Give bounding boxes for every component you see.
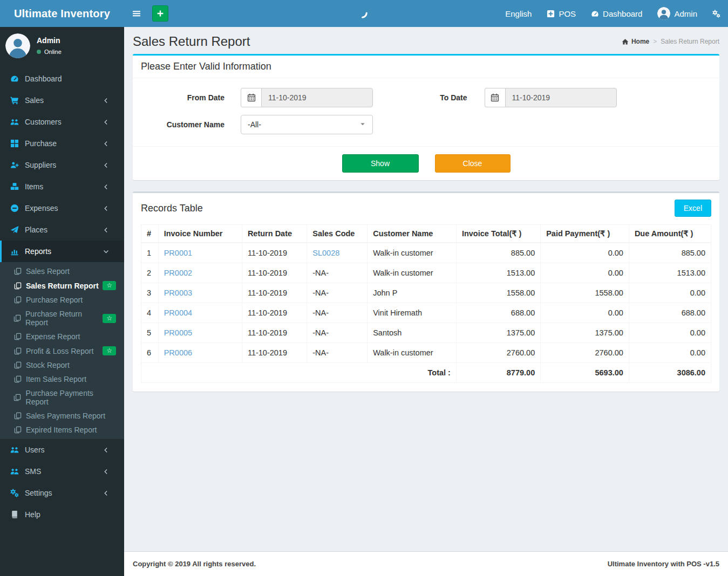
breadcrumb-separator: > [653,38,657,45]
total-value-1: 5693.00 [541,362,629,382]
filter-panel-title: Please Enter Valid Information [141,61,271,72]
top-navbar: English POS Dashboard Admin [124,0,728,27]
due-amount: 0.00 [629,323,711,342]
sidebar-user-status[interactable]: Online [37,49,62,55]
sidebar-toggle-button[interactable] [124,0,149,27]
star-badge: ☆ [103,281,116,290]
due-amount: 688.00 [629,303,711,323]
sidebar-item-sales[interactable]: Sales [0,90,124,111]
invoice-number-link[interactable]: PR0001 [164,249,192,257]
chevron-down-icon [99,249,112,255]
sidebar-item-suppliers[interactable]: Suppliers [0,154,124,176]
sidebar-subitem-label: Purchase Return Report [25,310,103,327]
sidebar-subitem-stock-report[interactable]: Stock Report [0,358,124,372]
sidebar-item-places[interactable]: Places [0,219,124,241]
sidebar-subitem-expired-items-report[interactable]: Expired Items Report [0,423,124,437]
pos-link[interactable]: POS [539,0,583,27]
from-date-calendar-button[interactable] [241,88,261,107]
customer-name-select[interactable]: -All- [241,115,373,134]
copy-icon [12,394,23,401]
table-row: 2PR000211-10-2019-NA-Walk-in customer151… [141,263,711,283]
sidebar-subitem-sales-payments-report[interactable]: Sales Payments Report [0,409,124,423]
sidebar-item-reports[interactable]: Reports [0,241,124,262]
sidebar-user-name: Admin [37,36,62,45]
main-header: Ultimate Inventory English POS Dashboard [0,0,728,27]
sidebar-subitem-sales-report[interactable]: Sales Report [0,264,124,278]
sidebar-subitem-label: Sales Payments Report [26,412,105,420]
user-plus-icon [8,161,21,169]
star-badge: ☆ [103,314,116,323]
loading-spinner-icon [356,7,368,21]
sidebar-subitem-item-sales-report[interactable]: Item Sales Report [0,372,124,386]
invoice-number-link[interactable]: PR0005 [164,328,192,337]
sidebar-subitem-profit-loss-report[interactable]: Profit & Loss Report☆ [0,344,124,358]
sidebar-subitem-purchase-return-report[interactable]: Purchase Return Report☆ [0,307,124,330]
close-button[interactable]: Close [435,154,511,173]
sidebar: Admin Online DashboardSalesCustomersPurc… [0,27,124,576]
sidebar-subitem-sales-return-report[interactable]: Sales Return Report☆ [0,278,124,293]
sidebar-subitem-purchase-report[interactable]: Purchase Report [0,293,124,307]
sidebar-subitem-label: Expense Report [26,332,80,341]
sidebar-item-dashboard[interactable]: Dashboard [0,68,124,90]
copy-icon [12,314,23,322]
dashboard-link[interactable]: Dashboard [583,0,650,27]
customer-name: Walk-in customer [368,342,457,362]
sidebar-subitem-label: Purchase Report [26,296,83,304]
sidebar-item-sms[interactable]: SMS [0,461,124,482]
invoice-number-link[interactable]: PR0004 [164,308,192,317]
invoice-number: PR0001 [158,243,242,263]
sidebar-item-items[interactable]: Items [0,176,124,197]
from-date-input[interactable] [261,88,373,107]
hamburger-icon [132,9,141,18]
sidebar-item-help[interactable]: Help [0,504,124,525]
sidebar-item-label: Sales [25,96,44,105]
invoice-number-link[interactable]: PR0003 [164,289,192,297]
invoice-total: 885.00 [456,243,540,263]
sidebar-subitem-label: Sales Report [26,267,70,276]
sidebar-subitem-label: Profit & Loss Report [26,347,93,355]
breadcrumb-home-link[interactable]: Home [622,38,649,45]
sidebar-item-label: Customers [25,118,62,126]
sales-code: -NA- [307,283,368,303]
paid-payment: 1375.00 [541,323,629,342]
sidebar-item-expenses[interactable]: Expenses [0,197,124,219]
sidebar-item-customers[interactable]: Customers [0,111,124,133]
row-number: 4 [141,303,159,323]
header-nav: English POS Dashboard Admin [498,0,728,27]
pos-label: POS [559,9,576,18]
sidebar-item-users[interactable]: Users [0,439,124,461]
users-icon [8,445,21,454]
chevron-left-icon [99,141,112,147]
sales-code: -NA- [307,303,368,323]
customer-name: Vinit Hiremath [368,303,457,323]
brand-logo[interactable]: Ultimate Inventory [0,0,124,27]
customer-name: John P [368,283,457,303]
sidebar-item-purchase[interactable]: Purchase [0,133,124,154]
filter-panel: Please Enter Valid Information From Date [133,54,719,180]
table-row: 3PR000311-10-2019-NA-John P1558.001558.0… [141,283,711,303]
sidebar-subitem-label: Stock Report [26,361,70,369]
sales-code-link[interactable]: SL0028 [312,249,339,257]
show-button[interactable]: Show [342,154,419,173]
invoice-number-link[interactable]: PR0006 [164,348,192,357]
invoice-number-link[interactable]: PR0002 [164,269,192,277]
excel-export-button[interactable]: Excel [675,200,711,217]
language-menu[interactable]: English [498,0,539,27]
invoice-total: 1558.00 [456,283,540,303]
to-date-calendar-button[interactable] [485,88,505,107]
home-icon [622,38,629,45]
tachometer-icon [591,10,599,18]
total-label: Total : [141,362,457,382]
cart-icon [8,96,21,105]
chevron-left-icon [99,447,112,453]
sidebar-subitem-expense-report[interactable]: Expense Report [0,330,124,344]
user-menu[interactable]: Admin [650,0,705,27]
sidebar-item-settings[interactable]: Settings [0,482,124,504]
records-table: #Invoice NumberReturn DateSales CodeCust… [141,224,711,383]
quick-add-button[interactable] [152,5,168,22]
to-date-input[interactable] [505,88,617,107]
invoice-number: PR0006 [158,342,242,362]
invoice-number: PR0004 [158,303,242,323]
settings-menu[interactable] [705,0,728,27]
sidebar-subitem-purchase-payments-report[interactable]: Purchase Payments Report [0,386,124,409]
